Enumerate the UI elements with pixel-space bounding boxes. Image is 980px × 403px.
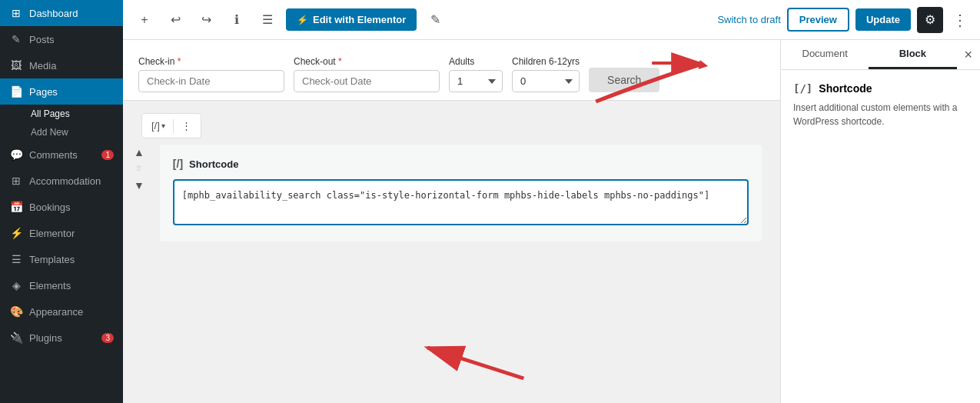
block-info-title: [/] Shortcode — [793, 82, 968, 95]
dashboard-icon: ⊞ — [9, 6, 23, 20]
elementor-btn-icon: ⚡ — [297, 15, 308, 25]
move-down-button[interactable]: ▼ — [132, 178, 146, 193]
sidebar-label-bookings: Bookings — [29, 202, 70, 213]
pencil-icon: ✎ — [430, 12, 440, 27]
shortcode-block-title: Shortcode — [189, 158, 238, 170]
sidebar-label-pages: Pages — [29, 86, 58, 98]
list-view-button[interactable]: ☰ — [255, 8, 280, 32]
sidebar-item-elementor[interactable]: ⚡ Elementor — [0, 220, 123, 246]
shortcode-textarea[interactable]: [mphb_availability_search class="is-styl… — [173, 179, 749, 225]
sidebar-item-media[interactable]: 🖼 Media — [0, 52, 123, 78]
block-info: [/] Shortcode Insert additional custom e… — [793, 82, 968, 128]
pages-submenu: All Pages Add New — [0, 105, 123, 142]
update-button[interactable]: Update — [855, 8, 911, 31]
sidebar-item-plugins[interactable]: 🔌 Plugins 3 — [0, 325, 123, 351]
info-icon: ℹ — [234, 12, 239, 27]
sidebar-item-comments[interactable]: 💬 Comments 1 — [0, 142, 123, 168]
panel-close-button[interactable]: × — [957, 41, 981, 69]
sidebar-item-appearance[interactable]: 🎨 Appearance — [0, 298, 123, 325]
hotel-search-form: Check-in * Check-out * Adults — [138, 55, 765, 92]
dots-icon: ⋮ — [181, 120, 191, 132]
elementor-icon: ⚡ — [9, 226, 23, 240]
undo-button[interactable]: ↩ — [163, 8, 188, 32]
comments-icon: 💬 — [9, 148, 23, 162]
top-toolbar: + ↩ ↪ ℹ ☰ ⚡ Edit with Elementor ✎ Switch… — [123, 0, 980, 40]
sidebar-item-elements[interactable]: ◈ Elements — [0, 272, 123, 298]
switch-draft-button[interactable]: Switch to draft — [717, 14, 780, 25]
plugins-icon: 🔌 — [9, 331, 23, 345]
block-toolbar: [/] ▾ ⋮ — [141, 113, 201, 138]
sidebar-add-new[interactable]: Add New — [25, 123, 123, 142]
block-area: Check-in * Check-out * Adults — [123, 40, 780, 275]
toolbar-divider — [173, 119, 174, 133]
comments-badge: 1 — [101, 150, 114, 160]
elements-icon: ◈ — [9, 278, 23, 292]
sidebar-label-templates: Templates — [29, 254, 75, 265]
sidebar-item-dashboard[interactable]: ⊞ Dashboard — [0, 0, 123, 26]
shortcode-type-button[interactable]: [/] ▾ — [147, 117, 170, 135]
block-toolbar-row: [/] ▾ ⋮ — [132, 107, 771, 142]
shortcode-block: [/] Shortcode [mphb_availability_search … — [160, 145, 762, 241]
templates-icon: ☰ — [9, 252, 23, 266]
block-info-description: Insert additional custom elements with a… — [793, 101, 968, 128]
right-panel: Document Block × [/] Shortcode Insert ad… — [780, 40, 980, 403]
search-button[interactable]: Search — [589, 68, 659, 92]
redo-button[interactable]: ↪ — [194, 8, 218, 32]
children-select[interactable]: 0 1 2 — [512, 70, 580, 92]
sidebar-label-accommodation: Accommodation — [29, 175, 101, 187]
block-info-name: Shortcode — [819, 82, 872, 95]
preview-button[interactable]: Preview — [787, 8, 849, 32]
sidebar: ⊞ Dashboard ✎ Posts 🖼 Media 📄 Pages All … — [0, 0, 123, 403]
block-info-icon: [/] — [793, 82, 812, 95]
main-area: + ↩ ↪ ℹ ☰ ⚡ Edit with Elementor ✎ Switch… — [123, 0, 980, 403]
shortcode-toolbar-chevron: ▾ — [161, 122, 165, 130]
sidebar-item-bookings[interactable]: 📅 Bookings — [0, 194, 123, 220]
sidebar-label-media: Media — [29, 60, 56, 72]
shortcode-block-icon: [/] — [173, 158, 183, 170]
sidebar-label-posts: Posts — [29, 34, 55, 45]
tab-block[interactable]: Block — [869, 40, 956, 69]
shortcode-block-header: [/] Shortcode — [173, 158, 749, 170]
sidebar-item-pages[interactable]: 📄 Pages — [0, 78, 123, 105]
block-mover: ▲ ⠿ ▼ — [132, 145, 146, 251]
sidebar-all-pages[interactable]: All Pages — [25, 105, 123, 123]
sidebar-label-dashboard: Dashboard — [29, 8, 78, 19]
editor-row: Check-in * Check-out * Adults — [123, 40, 980, 403]
sidebar-item-accommodation[interactable]: ⊞ Accommodation — [0, 168, 123, 194]
gear-icon: ⚙ — [925, 12, 935, 27]
adults-label: Adults — [449, 56, 503, 67]
move-up-button[interactable]: ▲ — [132, 145, 146, 160]
sidebar-item-templates[interactable]: ☰ Templates — [0, 246, 123, 272]
shortcode-toolbar-icon: [/] — [151, 120, 160, 132]
adults-group: Adults 1 2 3 — [449, 56, 503, 92]
more-options-button[interactable]: ⋮ — [949, 11, 971, 29]
settings-button[interactable]: ⚙ — [917, 7, 943, 33]
sidebar-item-posts[interactable]: ✎ Posts — [0, 26, 123, 52]
sidebar-label-plugins: Plugins — [29, 332, 62, 344]
children-label: Children 6-12yrs — [512, 56, 580, 67]
shortcode-block-wrapper: ▲ ⠿ ▼ [/] Shortcode [mphb_availability_s… — [132, 145, 771, 251]
info-button[interactable]: ℹ — [224, 8, 249, 32]
bookings-icon: 📅 — [9, 200, 23, 214]
panel-tabs: Document Block × — [781, 40, 980, 70]
checkout-group: Check-out * — [294, 56, 440, 92]
checkout-input[interactable] — [294, 70, 440, 92]
tab-document[interactable]: Document — [781, 40, 869, 69]
preview-area: Check-in * Check-out * Adults — [123, 40, 780, 101]
checkin-group: Check-in * — [138, 56, 284, 92]
drag-handle-button[interactable]: ⠿ — [135, 163, 144, 175]
list-icon: ☰ — [262, 12, 273, 27]
checkin-label: Check-in * — [138, 56, 284, 67]
edit-pencil-button[interactable]: ✎ — [423, 8, 447, 32]
add-block-button[interactable]: + — [132, 8, 157, 32]
plugins-badge: 3 — [101, 333, 114, 343]
adults-select[interactable]: 1 2 3 — [449, 70, 503, 92]
block-options-button[interactable]: ⋮ — [177, 117, 196, 135]
edit-elementor-button[interactable]: ⚡ Edit with Elementor — [286, 8, 417, 31]
sidebar-label-elementor: Elementor — [29, 228, 75, 239]
checkin-input[interactable] — [138, 70, 284, 92]
panel-content: [/] Shortcode Insert additional custom e… — [781, 70, 980, 141]
sidebar-label-appearance: Appearance — [29, 306, 83, 318]
undo-icon: ↩ — [171, 12, 181, 27]
sidebar-label-comments: Comments — [29, 149, 78, 161]
